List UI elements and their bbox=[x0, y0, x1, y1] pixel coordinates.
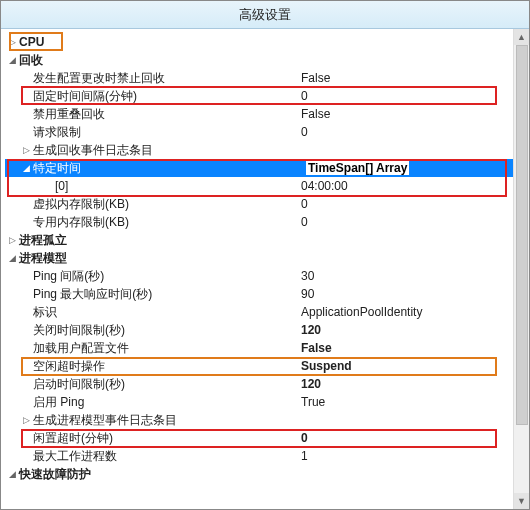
vertical-scrollbar[interactable]: ▲ ▼ bbox=[513, 29, 529, 509]
prop-shutdown-time-limit[interactable]: 关闭时间限制(秒) 120 bbox=[5, 321, 527, 339]
window-title: 高级设置 bbox=[1, 1, 529, 29]
prop-virtual-memory-limit[interactable]: 虚拟内存限制(KB) 0 bbox=[5, 195, 527, 213]
chevron-right-icon[interactable]: ▷ bbox=[19, 411, 33, 429]
prop-label: 启用 Ping bbox=[33, 393, 84, 411]
scroll-thumb[interactable] bbox=[516, 45, 528, 425]
prop-label: [0] bbox=[55, 177, 68, 195]
prop-ping-enabled[interactable]: 启用 Ping True bbox=[5, 393, 527, 411]
prop-value[interactable]: Suspend bbox=[301, 357, 352, 375]
prop-value[interactable]: False bbox=[301, 69, 330, 87]
prop-specific-times[interactable]: ◢ 特定时间 TimeSpan[] Array bbox=[5, 159, 527, 177]
prop-idle-timeout-minutes[interactable]: 闲置超时(分钟) 0 bbox=[5, 429, 527, 447]
prop-value[interactable]: 0 bbox=[301, 123, 308, 141]
category-recycle[interactable]: ◢ 回收 bbox=[5, 51, 527, 69]
prop-value[interactable]: 30 bbox=[301, 267, 314, 285]
scroll-up-button[interactable]: ▲ bbox=[514, 29, 529, 45]
prop-label: 标识 bbox=[33, 303, 57, 321]
prop-idle-timeout-action[interactable]: 空闲超时操作 Suspend bbox=[5, 357, 527, 375]
chevron-down-icon[interactable]: ◢ bbox=[5, 51, 19, 69]
prop-label: 闲置超时(分钟) bbox=[33, 429, 113, 447]
prop-value[interactable]: 120 bbox=[301, 375, 321, 393]
chevron-right-icon[interactable]: ▷ bbox=[5, 33, 19, 51]
prop-label: 禁用重叠回收 bbox=[33, 105, 105, 123]
prop-specific-times-item-0[interactable]: [0] 04:00:00 bbox=[5, 177, 527, 195]
prop-request-limit[interactable]: 请求限制 0 bbox=[5, 123, 527, 141]
prop-disable-recycle-on-config-change[interactable]: 发生配置更改时禁止回收 False bbox=[5, 69, 527, 87]
chevron-right-icon[interactable]: ▷ bbox=[5, 231, 19, 249]
prop-label: 虚拟内存限制(KB) bbox=[33, 195, 129, 213]
prop-label: 启动时间限制(秒) bbox=[33, 375, 125, 393]
chevron-right-icon[interactable]: ▷ bbox=[19, 141, 33, 159]
prop-label: 加载用户配置文件 bbox=[33, 339, 129, 357]
prop-label: 发生配置更改时禁止回收 bbox=[33, 69, 165, 87]
scroll-down-button[interactable]: ▼ bbox=[514, 493, 529, 509]
category-label: 进程孤立 bbox=[19, 231, 67, 249]
prop-label: 生成进程模型事件日志条目 bbox=[33, 411, 177, 429]
prop-generate-recycle-log[interactable]: ▷ 生成回收事件日志条目 bbox=[5, 141, 527, 159]
prop-label: 专用内存限制(KB) bbox=[33, 213, 129, 231]
prop-label: 特定时间 bbox=[33, 159, 81, 177]
prop-generate-process-model-log[interactable]: ▷ 生成进程模型事件日志条目 bbox=[5, 411, 527, 429]
prop-label: 空闲超时操作 bbox=[33, 357, 105, 375]
prop-value[interactable]: 0 bbox=[301, 213, 308, 231]
prop-max-worker-processes[interactable]: 最大工作进程数 1 bbox=[5, 447, 527, 465]
category-label: 快速故障防护 bbox=[19, 465, 91, 483]
prop-load-user-profile[interactable]: 加载用户配置文件 False bbox=[5, 339, 527, 357]
prop-disable-overlap-recycle[interactable]: 禁用重叠回收 False bbox=[5, 105, 527, 123]
prop-value[interactable]: False bbox=[301, 339, 332, 357]
prop-value[interactable]: 1 bbox=[301, 447, 308, 465]
prop-value[interactable]: 0 bbox=[301, 429, 308, 447]
chevron-down-icon[interactable]: ◢ bbox=[5, 249, 19, 267]
category-process-orphaning[interactable]: ▷ 进程孤立 bbox=[5, 231, 527, 249]
prop-value[interactable]: 0 bbox=[301, 195, 308, 213]
prop-value[interactable]: ApplicationPoolIdentity bbox=[301, 303, 422, 321]
prop-label: 关闭时间限制(秒) bbox=[33, 321, 125, 339]
prop-label: Ping 最大响应时间(秒) bbox=[33, 285, 152, 303]
property-grid: ▷ CPU ◢ 回收 发生配置更改时禁止回收 False 固定时间间隔(分钟) … bbox=[1, 29, 529, 509]
prop-regular-time-interval[interactable]: 固定时间间隔(分钟) 0 bbox=[5, 87, 527, 105]
prop-value[interactable]: 0 bbox=[301, 87, 308, 105]
prop-value[interactable]: True bbox=[301, 393, 325, 411]
chevron-down-icon[interactable]: ◢ bbox=[19, 159, 33, 177]
prop-value[interactable]: False bbox=[301, 105, 330, 123]
category-cpu[interactable]: ▷ CPU bbox=[5, 33, 527, 51]
category-label: CPU bbox=[19, 33, 44, 51]
category-label: 回收 bbox=[19, 51, 43, 69]
prop-label: 请求限制 bbox=[33, 123, 81, 141]
prop-label: Ping 间隔(秒) bbox=[33, 267, 104, 285]
prop-label: 固定时间间隔(分钟) bbox=[33, 87, 137, 105]
prop-label: 最大工作进程数 bbox=[33, 447, 117, 465]
prop-value[interactable]: 04:00:00 bbox=[301, 177, 348, 195]
category-process-model[interactable]: ◢ 进程模型 bbox=[5, 249, 527, 267]
prop-private-memory-limit[interactable]: 专用内存限制(KB) 0 bbox=[5, 213, 527, 231]
prop-identity[interactable]: 标识 ApplicationPoolIdentity bbox=[5, 303, 527, 321]
prop-value[interactable]: TimeSpan[] Array bbox=[305, 160, 410, 176]
prop-ping-interval[interactable]: Ping 间隔(秒) 30 bbox=[5, 267, 527, 285]
category-rapid-fail[interactable]: ◢ 快速故障防护 bbox=[5, 465, 527, 483]
category-label: 进程模型 bbox=[19, 249, 67, 267]
prop-ping-max-response[interactable]: Ping 最大响应时间(秒) 90 bbox=[5, 285, 527, 303]
chevron-down-icon[interactable]: ◢ bbox=[5, 465, 19, 483]
prop-value[interactable]: 90 bbox=[301, 285, 314, 303]
prop-label: 生成回收事件日志条目 bbox=[33, 141, 153, 159]
prop-startup-time-limit[interactable]: 启动时间限制(秒) 120 bbox=[5, 375, 527, 393]
prop-value[interactable]: 120 bbox=[301, 321, 321, 339]
